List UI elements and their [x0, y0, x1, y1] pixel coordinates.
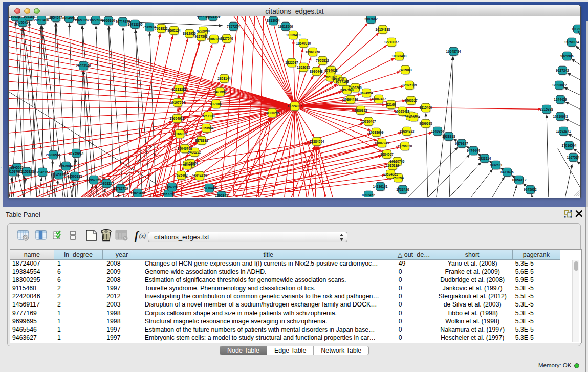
- svg-text:10025438: 10025438: [395, 110, 410, 113]
- svg-text:7986322: 7986322: [354, 108, 367, 112]
- svg-text:8990448: 8990448: [310, 70, 323, 73]
- svg-text:10210643: 10210643: [553, 115, 568, 118]
- svg-text:9954547: 9954547: [49, 16, 62, 19]
- svg-text:12505135: 12505135: [68, 174, 82, 178]
- svg-text:16648784: 16648784: [446, 50, 461, 53]
- svg-text:10046708: 10046708: [178, 147, 192, 150]
- svg-text:6794028: 6794028: [324, 69, 338, 72]
- svg-text:17016504: 17016504: [562, 144, 577, 147]
- svg-text:20053346: 20053346: [76, 64, 91, 68]
- svg-text:11353594: 11353594: [199, 126, 214, 130]
- svg-text:1112905: 1112905: [572, 27, 580, 31]
- svg-text:12213383: 12213383: [172, 87, 187, 91]
- svg-text:7625402: 7625402: [175, 173, 188, 177]
- svg-text:19756928: 19756928: [398, 144, 412, 148]
- svg-text:15751074: 15751074: [564, 40, 579, 44]
- svg-text:7485063: 7485063: [399, 68, 412, 72]
- svg-text:16154838: 16154838: [376, 28, 390, 31]
- svg-text:8226058: 8226058: [197, 29, 210, 33]
- svg-text:10107554: 10107554: [170, 101, 185, 104]
- svg-text:12942757: 12942757: [35, 170, 50, 174]
- svg-text:9660124: 9660124: [167, 29, 181, 32]
- svg-text:252254: 252254: [393, 176, 404, 180]
- svg-text:9777169: 9777169: [336, 80, 349, 83]
- svg-text:9463627: 9463627: [404, 99, 418, 102]
- svg-text:8878332: 8878332: [195, 139, 208, 142]
- svg-text:8912956: 8912956: [183, 32, 196, 35]
- svg-text:20206556: 20206556: [46, 153, 61, 157]
- svg-text:18300295: 18300295: [265, 111, 280, 115]
- svg-text:1845061: 1845061: [10, 166, 24, 169]
- svg-text:9657791: 9657791: [165, 185, 179, 189]
- svg-text:1527602: 1527602: [89, 18, 102, 22]
- svg-text:7955812: 7955812: [316, 59, 329, 62]
- svg-text:20691406: 20691406: [34, 18, 49, 22]
- svg-text:1244419: 1244419: [554, 98, 567, 101]
- svg-text:15716485: 15716485: [202, 186, 217, 190]
- svg-text:12213967: 12213967: [384, 40, 399, 44]
- svg-text:9657791: 9657791: [162, 192, 175, 196]
- svg-text:9684067: 9684067: [380, 152, 394, 156]
- svg-text:9474444: 9474444: [467, 149, 480, 152]
- svg-text:6379197: 6379197: [455, 142, 468, 145]
- svg-text:10958117: 10958117: [99, 182, 114, 185]
- svg-text:2803144: 2803144: [217, 77, 231, 80]
- svg-text:1615132: 1615132: [386, 164, 399, 167]
- svg-text:20364436: 20364436: [343, 98, 358, 101]
- svg-text:8813054: 8813054: [267, 19, 280, 23]
- svg-text:12975115: 12975115: [402, 83, 417, 87]
- svg-text:10688609: 10688609: [369, 130, 384, 134]
- svg-text:1145195: 1145195: [53, 173, 66, 177]
- svg-text:10653267: 10653267: [75, 18, 90, 22]
- svg-text:19218506: 19218506: [278, 25, 293, 28]
- svg-text:9327546: 9327546: [220, 37, 233, 40]
- svg-text:3267130: 3267130: [202, 114, 215, 118]
- svg-text:24055724: 24055724: [15, 20, 30, 24]
- svg-text:10654112: 10654112: [512, 178, 527, 182]
- svg-text:2887682: 2887682: [364, 17, 378, 21]
- svg-text:11325419: 11325419: [286, 33, 301, 37]
- svg-text:8471676: 8471676: [500, 170, 514, 174]
- svg-text:14136141: 14136141: [373, 185, 388, 188]
- svg-text:15720407: 15720407: [361, 120, 376, 123]
- svg-text:62160: 62160: [386, 103, 396, 106]
- svg-text:(x): (x): [139, 232, 146, 239]
- svg-text:6966160: 6966160: [102, 19, 115, 23]
- svg-text:16914479: 16914479: [192, 174, 207, 178]
- svg-text:10973493: 10973493: [392, 54, 407, 58]
- svg-text:9227342: 9227342: [556, 69, 569, 72]
- svg-text:8204551: 8204551: [62, 16, 76, 20]
- svg-text:1362615: 1362615: [297, 65, 310, 69]
- svg-text:3915978: 3915978: [9, 170, 19, 173]
- svg-text:18724007: 18724007: [288, 104, 302, 108]
- svg-text:1806384: 1806384: [9, 16, 22, 18]
- svg-text:8092452: 8092452: [362, 193, 375, 197]
- svg-text:1495604: 1495604: [407, 115, 420, 119]
- svg-text:7632621: 7632621: [489, 163, 503, 167]
- svg-text:1132905: 1132905: [578, 30, 580, 34]
- svg-text:1640954: 1640954: [431, 129, 444, 133]
- svg-text:13156828: 13156828: [19, 170, 34, 173]
- svg-text:13692971: 13692971: [556, 129, 571, 133]
- svg-text:16713355: 16713355: [128, 23, 143, 26]
- svg-text:8938918: 8938918: [442, 135, 455, 138]
- svg-text:18640910: 18640910: [296, 41, 311, 45]
- svg-text:17359914: 17359914: [69, 151, 84, 155]
- svg-text:905184: 905184: [24, 16, 35, 18]
- svg-text:9329906: 9329906: [560, 54, 574, 58]
- svg-text:10807487: 10807487: [372, 97, 386, 101]
- svg-text:2933114: 2933114: [478, 157, 491, 160]
- svg-text:3215938: 3215938: [540, 107, 553, 111]
- svg-text:16033809: 16033809: [206, 16, 221, 18]
- svg-text:13524851: 13524851: [383, 172, 398, 176]
- svg-text:1822037: 1822037: [285, 61, 298, 64]
- svg-text:3624554: 3624554: [360, 91, 373, 95]
- svg-text:17957255: 17957255: [86, 178, 101, 182]
- svg-text:18807249: 18807249: [375, 141, 389, 145]
- svg-text:19166825: 19166825: [172, 132, 187, 136]
- svg-text:9327503: 9327503: [194, 35, 208, 38]
- svg-text:10120746: 10120746: [390, 160, 405, 163]
- svg-text:9115460: 9115460: [420, 106, 432, 110]
- svg-text:13975887: 13975887: [59, 164, 74, 168]
- svg-text:12093872: 12093872: [552, 83, 567, 87]
